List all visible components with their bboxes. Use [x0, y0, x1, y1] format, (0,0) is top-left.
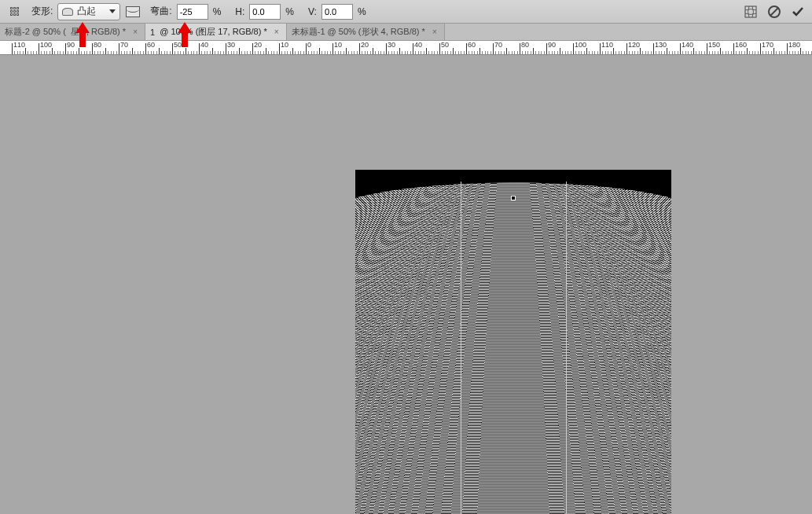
options-bar: 变形: 凸起 弯曲: % H: % V: %	[0, 0, 812, 24]
warp-style-value: 凸起	[77, 5, 96, 18]
warp-actions	[741, 3, 807, 20]
grid-warp-icon	[743, 4, 759, 20]
tab-label: 1	[150, 28, 155, 37]
warp-orientation-toggle[interactable]	[123, 3, 142, 20]
warp-label: 变形:	[31, 5, 53, 18]
bend-input[interactable]	[177, 4, 208, 20]
svg-rect-0	[745, 6, 756, 17]
orientation-icon	[126, 6, 140, 17]
close-icon[interactable]: ×	[130, 28, 140, 37]
canvas[interactable]	[0, 55, 812, 514]
bulge-icon	[62, 8, 73, 16]
v-percent: %	[358, 6, 366, 17]
warp-handle[interactable]	[511, 196, 516, 200]
svg-line-2	[770, 8, 778, 16]
tab-label: 未标题-1 @ 50% (形状 4, RGB/8) *	[292, 26, 425, 38]
h-distort-input[interactable]	[249, 4, 281, 20]
h-percent: %	[285, 6, 294, 17]
warp-mode-icon[interactable]	[5, 3, 24, 20]
close-icon[interactable]: ×	[272, 28, 281, 37]
warp-style-select[interactable]: 凸起	[57, 3, 120, 20]
toggle-free-warp-button[interactable]	[741, 3, 760, 20]
doc-tab-1[interactable]: 标题-2 @ 50% (星 3, RGB/8) * ×	[0, 24, 145, 40]
cancel-button[interactable]	[765, 3, 784, 20]
document-tabs: 标题-2 @ 50% (星 3, RGB/8) * × 1 @ 100% (图层…	[0, 24, 812, 41]
horizontal-ruler[interactable]: 1101009080706050403020100102030405060708…	[0, 41, 812, 55]
v-label: V:	[308, 6, 317, 17]
bend-label: 弯曲:	[150, 5, 171, 18]
tab-label: 标题-2 @ 50% (	[5, 26, 66, 38]
commit-button[interactable]	[788, 3, 807, 20]
chevron-down-icon	[109, 9, 116, 13]
doc-tab-2[interactable]: 1 @ 100% (图层 17, RGB/8) * ×	[145, 24, 287, 40]
check-icon	[790, 4, 806, 20]
close-icon[interactable]: ×	[430, 28, 439, 37]
doc-tab-3[interactable]: 未标题-1 @ 50% (形状 4, RGB/8) * ×	[287, 24, 445, 40]
moire-overlay	[355, 170, 671, 514]
no-icon	[766, 4, 782, 20]
h-label: H:	[235, 6, 244, 17]
warp-preview[interactable]	[355, 170, 671, 514]
bend-percent: %	[213, 6, 222, 17]
v-distort-input[interactable]	[321, 4, 353, 20]
